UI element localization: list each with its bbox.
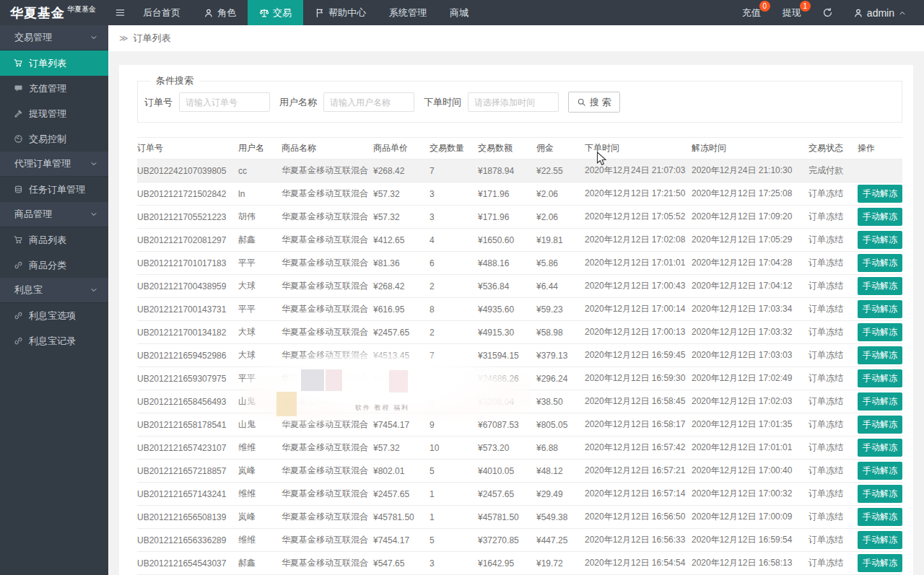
cell-order_time: 2020年12月12日 16:54:54 [585,552,692,575]
topnav-shortcut-提现[interactable]: 提现1 [772,0,812,25]
column-header-用户名: 用户名 [238,138,282,159]
manual-unfreeze-button[interactable]: 手动解冻 [858,485,902,503]
sidebar-group-商品管理[interactable]: 商品管理 [0,202,108,227]
cell-unfreeze_time: 2020年12月12日 17:05:29 [692,229,808,252]
sidebar-item-商品分类[interactable]: 商品分类 [0,253,108,278]
manual-unfreeze-button[interactable]: 手动解冻 [858,346,902,364]
search-button-label: 搜 索 [590,96,611,109]
sidebar-item-提现管理[interactable]: 提现管理 [0,101,108,126]
cell-product: 华夏基金移动互联混合 [282,321,373,344]
cell-qty: 6 [430,252,478,275]
sidebar-group-利息宝[interactable]: 利息宝 [0,278,108,303]
table-row: UB2012121657218857岚峰华夏基金移动互联混合¥802.015¥4… [137,460,902,483]
cell-qty: 2 [430,367,478,390]
cell-price: ¥12343.13 [373,367,430,390]
cell-order_no: UB2012121701017183 [137,252,238,275]
topnav-item-label: 帮助中心 [328,6,366,19]
search-panel: 条件搜索 订单号用户名称下单时间搜 索 [137,74,902,123]
sidebar-item-label: 订单列表 [29,57,66,70]
hamburger-menu-icon[interactable] [108,0,131,25]
sidebar-item-任务订单管理[interactable]: 任务订单管理 [0,177,108,202]
cell-commission: ¥549.38 [536,506,585,529]
manual-unfreeze-button[interactable]: 手动解冻 [858,416,902,434]
sidebar-item-商品列表[interactable]: 商品列表 [0,227,108,253]
topnav-item-系统管理[interactable]: 系统管理 [378,0,438,25]
user-menu[interactable]: admin [843,0,917,25]
manual-unfreeze-button[interactable]: 手动解冻 [858,185,902,203]
sidebar-item-label: 提现管理 [29,107,66,120]
manual-unfreeze-button[interactable]: 手动解冻 [858,439,902,457]
manual-unfreeze-button[interactable]: 手动解冻 [858,277,902,295]
sidebar-item-充值管理[interactable]: 充值管理 [0,76,108,101]
cell-order_time: 2020年12月12日 17:21:50 [585,183,692,206]
cell-product: 华夏基金移动互联混合 [282,483,373,506]
cell-user: 平平 [238,252,282,275]
cell-unfreeze_time: 2020年12月12日 17:00:40 [692,460,808,483]
manual-unfreeze-button[interactable]: 手动解冻 [858,254,902,272]
manual-unfreeze-button[interactable]: 手动解冻 [858,300,902,318]
cell-user: 岚峰 [238,506,282,529]
cell-action: 手动解冻 [858,321,902,344]
cell-order_time: 2020年12月24日 21:07:03 [585,159,692,183]
sidebar-item-订单列表[interactable]: 订单列表 [0,51,108,76]
cell-product: 华夏基金移动互联混合 [282,367,373,390]
manual-unfreeze-button[interactable]: 手动解冻 [858,508,902,526]
manual-unfreeze-button[interactable]: 手动解冻 [858,462,902,480]
cell-qty: 2 [430,321,478,344]
topnav-item-交易[interactable]: 交易 [248,0,303,25]
sidebar-group-交易管理[interactable]: 交易管理 [0,25,108,51]
cell-user: 大球 [238,344,282,367]
cell-status: 订单冻结 [808,413,858,436]
manual-unfreeze-button[interactable]: 手动解冻 [858,554,902,572]
manual-unfreeze-button[interactable]: 手动解冻 [858,531,902,549]
cell-qty: 8 [430,298,478,321]
cell-status: 订单冻结 [808,275,858,298]
brand-logo[interactable]: 华夏基金 华夏基金 [0,0,108,25]
search-button[interactable]: 搜 索 [568,92,620,113]
topnav-item-角色[interactable]: 角色 [192,0,248,25]
topnav-item-帮助中心[interactable]: 帮助中心 [303,0,378,25]
manual-unfreeze-button[interactable]: 手动解冻 [858,323,902,341]
person-icon [204,8,214,18]
topnav-item-后台首页[interactable]: 后台首页 [131,0,192,25]
sidebar-group-label: 商品管理 [14,208,52,221]
sidebar-item-利息宝记录[interactable]: 利息宝记录 [0,328,108,354]
search-input-0[interactable] [179,92,270,112]
manual-unfreeze-button[interactable]: 手动解冻 [858,231,902,249]
refresh-button[interactable] [812,0,843,25]
table-row: UB2012121656508139岚峰华夏基金移动互联混合¥45781.501… [137,506,902,529]
sidebar-item-交易控制[interactable]: 交易控制 [0,126,108,152]
cell-order_no: UB2012121702081297 [137,229,238,252]
column-header-下单时间: 下单时间 [585,138,692,159]
cell-unfreeze_time: 2020年12月12日 17:09:20 [692,206,808,229]
sidebar-item-利息宝选项[interactable]: 利息宝选项 [0,303,108,328]
cell-price: ¥2457.65 [373,321,430,344]
manual-unfreeze-button[interactable]: 手动解冻 [858,208,902,226]
manual-unfreeze-button[interactable]: 手动解冻 [858,369,902,387]
topnav-shortcut-充值[interactable]: 充值0 [731,0,772,25]
cell-commission: ¥22.55 [536,159,585,183]
dashboard-icon [14,134,23,144]
cell-unfreeze_time: 2020年12月12日 17:01:01 [692,436,808,460]
cell-order_no: UB2012242107039805 [137,159,238,183]
cell-order_no: UB2012121656336289 [137,529,238,552]
cell-price: ¥57.32 [373,183,430,206]
sidebar-item-label: 任务订单管理 [29,183,85,196]
sidebar-group-label: 交易管理 [14,31,52,44]
cell-price: ¥268.42 [373,159,430,183]
chevron-down-icon [90,286,98,294]
cell-status: 订单冻结 [808,506,858,529]
sidebar-group-代理订单管理[interactable]: 代理订单管理 [0,152,108,177]
coins-icon [14,185,23,194]
sidebar-item-label: 充值管理 [29,82,66,95]
sidebar-item-label: 利息宝记录 [29,335,76,348]
cell-amount: ¥3208.04 [478,390,536,413]
cell-unfreeze_time: 2020年12月12日 17:04:28 [692,252,808,275]
search-input-2[interactable] [468,92,559,112]
manual-unfreeze-button[interactable]: 手动解冻 [858,392,902,411]
topnav-item-商城[interactable]: 商城 [438,0,480,25]
username: admin [867,7,894,19]
table-row: UB2012121659307975平平华夏基金移动互联混合¥12343.132… [137,367,902,390]
search-input-1[interactable] [323,92,414,112]
top-navbar: 华夏基金 华夏基金 后台首页角色交易帮助中心系统管理商城 充值0提现1admin [0,0,924,25]
